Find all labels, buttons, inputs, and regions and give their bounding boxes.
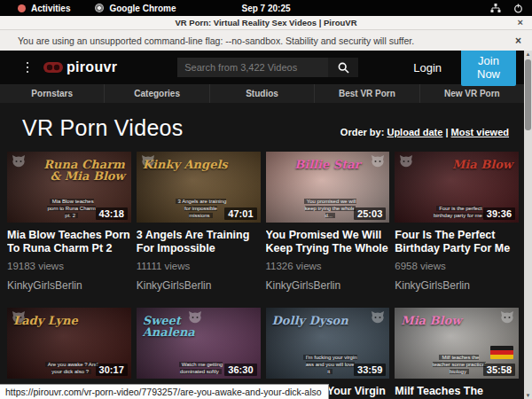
thumbnail-overlay-title: Kinky Angels: [143, 159, 230, 170]
nav-item-studios[interactable]: Studios: [209, 84, 314, 103]
order-upload-date-link[interactable]: Upload date: [387, 127, 442, 137]
video-card: Mia Blow Four is the perfect birthday pa…: [395, 152, 519, 292]
thumbnail-overlay-subtitle: Are you awake ? And your dick also ?: [44, 361, 99, 375]
site-logo-text: pirouvr: [66, 59, 117, 75]
order-most-viewed-link[interactable]: Most viewed: [451, 127, 509, 137]
thumbnail-overlay-subtitle: Milf teaches the teacher some practical …: [432, 354, 487, 375]
video-card: Billie Star You promised we will keep tr…: [266, 152, 390, 292]
power-icon[interactable]: [513, 4, 523, 13]
studio-cat-logo-icon: [371, 311, 385, 324]
video-title-link[interactable]: Four Is The Perfect Birthday Party For M…: [395, 229, 519, 255]
active-app-menu[interactable]: Google Chrome: [109, 4, 176, 13]
thumbnail-overlay-title: Lady Lyne: [13, 315, 100, 326]
vr-goggles-icon: [43, 61, 64, 74]
scroll-down-icon[interactable]: ▼: [524, 393, 532, 398]
site-header: pirouvr Login Join Now: [0, 51, 532, 84]
page-heading-row: VR Porn Videos Order by: Upload date | M…: [0, 103, 532, 150]
page-title: VR Porn Videos: [22, 115, 184, 141]
menu-hamburger-icon[interactable]: [27, 62, 28, 73]
video-title-link[interactable]: Mia Blow Teaches Porn To Runa Charm Pt 2: [7, 229, 131, 255]
video-thumbnail[interactable]: Kinky Angels 3 Angels are training for i…: [137, 152, 261, 223]
scroll-up-icon[interactable]: ▲: [524, 51, 532, 57]
video-views: 11326 views: [266, 261, 390, 271]
window-close-icon[interactable]: ×: [518, 17, 523, 27]
video-card: Kinky Angels 3 Angels are training for i…: [137, 152, 261, 292]
thumbnail-overlay-title: Billie Star: [284, 159, 371, 170]
thumbnail-overlay-subtitle: I'm fucking your virgin ass and you will…: [302, 354, 357, 375]
video-card: Mia Blow Milf teaches the teacher some p…: [395, 308, 519, 399]
studio-link[interactable]: KinkyGirlsBerlin: [7, 279, 131, 292]
window-title: VR Porn: Virtual Reality Sex Videos | Pi…: [175, 18, 356, 27]
studio-link[interactable]: KinkyGirlsBerlin: [395, 279, 519, 292]
nav-item-pornstars[interactable]: Pornstars: [0, 84, 104, 103]
video-thumbnail[interactable]: Runa Charm & Mia Blow Mia Blow teaches p…: [7, 152, 131, 223]
nav-item-new-vr-porn[interactable]: New VR Porn: [419, 84, 524, 103]
thumbnail-overlay-title: Dolly Dyson: [272, 315, 359, 326]
nav-item-best-vr-porn[interactable]: Best VR Porn: [314, 84, 419, 103]
order-by-label: Order by:: [340, 127, 385, 137]
video-thumbnail[interactable]: Mia Blow Milf teaches the teacher some p…: [395, 308, 519, 379]
chrome-infobar: You are using an unsupported command-lin…: [0, 30, 532, 51]
search-bar: [177, 58, 358, 77]
search-input[interactable]: [177, 58, 328, 77]
video-thumbnail[interactable]: Dolly Dyson I'm fucking your virgin ass …: [266, 308, 390, 379]
activities-button[interactable]: Activities: [31, 4, 70, 13]
video-title-link[interactable]: You Promised We Will Keep Trying The Who…: [266, 229, 390, 255]
video-title-link[interactable]: Milf Teaches The Teacher Some Practical …: [395, 385, 519, 399]
duration-badge: 39:36: [483, 207, 515, 220]
order-by: Order by: Upload date | Most viewed: [340, 127, 509, 141]
search-button[interactable]: [328, 58, 358, 77]
thumbnail-overlay-title: Mia Blow: [401, 315, 488, 326]
video-title-link[interactable]: 3 Angels Are Training For Impossible Mis…: [137, 229, 261, 255]
studio-cat-logo-icon: [12, 155, 26, 168]
site-nav: PornstarsCategoriesStudiosBest VR PornNe…: [0, 84, 524, 103]
thumbnail-overlay-subtitle: You promised we will keep trying the who…: [302, 198, 357, 219]
site-logo[interactable]: pirouvr: [43, 59, 117, 75]
duration-badge: 36:30: [224, 364, 256, 376]
duration-badge: 43:18: [96, 207, 128, 220]
search-icon: [338, 62, 349, 74]
screen: Activities Google Chrome Sep 7 20:25 VR …: [0, 0, 532, 399]
video-views: 6958 views: [395, 261, 519, 271]
nav-item-categories[interactable]: Categories: [104, 84, 208, 103]
video-thumbnail[interactable]: Mia Blow Four is the perfect birthday pa…: [395, 152, 519, 223]
studio-cat-logo-icon: [500, 311, 514, 324]
thumbnail-overlay-subtitle: 3 Angels are training for impossible mis…: [174, 198, 229, 219]
order-separator: |: [442, 127, 450, 137]
clock[interactable]: Sep 7 20:25: [241, 4, 290, 13]
video-views: 11111 views: [137, 261, 261, 271]
duration-badge: 33:59: [354, 364, 386, 376]
thumbnail-overlay-subtitle: Watch me getting dominated softly: [174, 361, 229, 375]
video-thumbnail[interactable]: Billie Star You promised we will keep tr…: [266, 152, 390, 223]
studio-link[interactable]: KinkyGirlsBerlin: [266, 279, 390, 292]
studio-cat-logo-icon: [399, 155, 413, 168]
duration-badge: 35:58: [483, 364, 515, 376]
duration-badge: 25:03: [354, 207, 386, 220]
studio-link[interactable]: KinkyGirlsBerlin: [137, 279, 261, 292]
recording-indicator-icon: [18, 4, 26, 12]
web-content: pirouvr Login Join Now PornstarsCategori…: [0, 51, 532, 399]
infobar-close-icon[interactable]: ×: [515, 35, 521, 47]
thumbnail-overlay-subtitle: Four is the perfect birthday party for m…: [432, 205, 487, 219]
duration-badge: 47:01: [224, 207, 256, 220]
thumbnail-overlay-title: Sweet Analena: [143, 315, 230, 338]
window-title-bar: VR Porn: Virtual Reality Sex Videos | Pi…: [0, 16, 532, 30]
thumbnail-overlay-title: Runa Charm & Mia Blow: [38, 159, 125, 182]
scrollbar[interactable]: ▲ ▼: [524, 51, 532, 399]
thumbnail-overlay-subtitle: Mia Blow teaches porn to Runa Charm pt. …: [44, 198, 99, 219]
thumbnail-overlay-title: Mia Blow: [426, 159, 512, 170]
os-top-bar: Activities Google Chrome Sep 7 20:25: [0, 0, 532, 16]
join-now-button[interactable]: Join Now: [461, 51, 516, 86]
infobar-message: You are using an unsupported command-lin…: [18, 35, 414, 46]
status-url: https://pirouvr.com/vr-porn-video/779325…: [0, 384, 329, 399]
login-link[interactable]: Login: [413, 61, 442, 74]
video-thumbnail[interactable]: Sweet Analena Watch me getting dominated…: [137, 308, 261, 379]
video-card: Runa Charm & Mia Blow Mia Blow teaches p…: [7, 152, 131, 292]
network-tree-icon[interactable]: [490, 4, 501, 13]
video-thumbnail[interactable]: Lady Lyne Are you awake ? And your dick …: [7, 308, 131, 379]
chrome-icon: [95, 4, 104, 12]
video-grid: Runa Charm & Mia Blow Mia Blow teaches p…: [7, 152, 519, 399]
duration-badge: 30:17: [96, 364, 128, 376]
scrollbar-thumb[interactable]: [525, 59, 531, 130]
german-flag-icon: [490, 346, 513, 359]
